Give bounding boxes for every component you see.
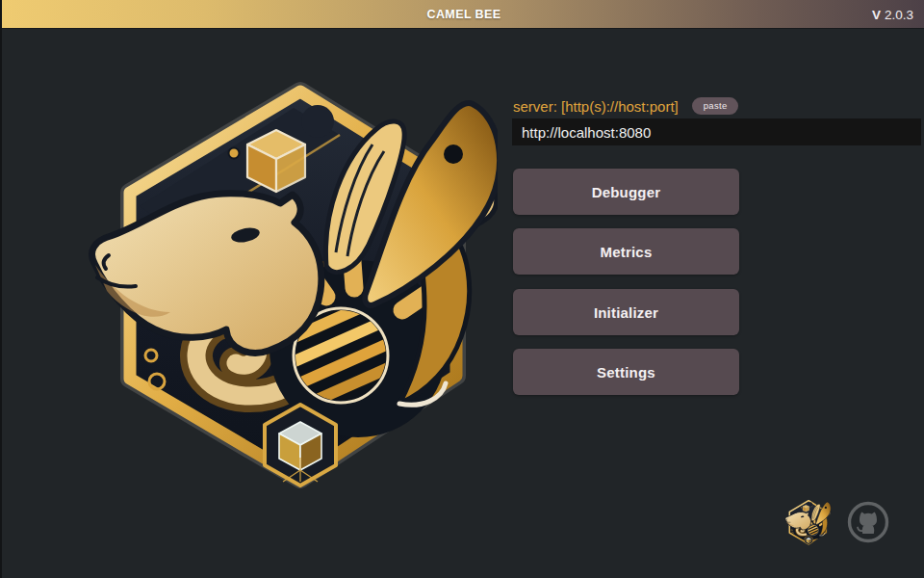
settings-button[interactable]: Settings xyxy=(513,349,739,395)
version-prefix: V xyxy=(872,8,881,22)
version-number: 2.0.3 xyxy=(885,8,913,22)
titlebar: CAMEL BEE V 2.0.3 xyxy=(2,0,924,29)
server-row: server: [http(s)://host:port] paste xyxy=(513,96,921,116)
debugger-button[interactable]: Debugger xyxy=(513,169,739,215)
server-label: server: [http(s)://host:port] xyxy=(513,98,679,115)
paste-button[interactable]: paste xyxy=(692,97,739,115)
camel-bee-logo xyxy=(84,60,498,508)
initializer-button[interactable]: Initializer xyxy=(513,289,739,335)
metrics-button[interactable]: Metrics xyxy=(513,228,739,275)
app-title: CAMEL BEE xyxy=(427,8,501,21)
github-icon[interactable] xyxy=(846,500,890,544)
version-badge: V 2.0.3 xyxy=(872,0,913,29)
server-url-input[interactable] xyxy=(512,118,921,145)
camel-bee-mini-logo-icon[interactable] xyxy=(783,497,833,547)
